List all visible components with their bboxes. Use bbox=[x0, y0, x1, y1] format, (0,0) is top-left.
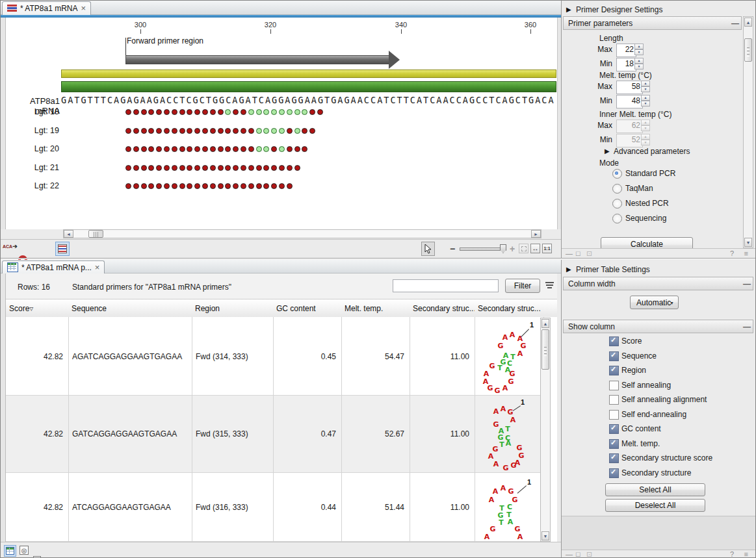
min-value-input[interactable]: 18 bbox=[616, 58, 636, 71]
primer-dot-fail[interactable] bbox=[148, 128, 154, 134]
primer-dot-fail[interactable] bbox=[179, 183, 185, 189]
primer-dot-fail[interactable] bbox=[141, 183, 147, 189]
primer-dot-fail[interactable] bbox=[156, 128, 162, 134]
primer-dot-fail[interactable] bbox=[225, 128, 231, 134]
primer-dot-fail[interactable] bbox=[279, 183, 285, 189]
table-row[interactable]: 42.82ATCAGGAGGAAGTGAGAAFwd (316, 333)0.4… bbox=[6, 473, 543, 542]
primer-dot-fail[interactable] bbox=[294, 165, 300, 171]
one-to-one-icon[interactable]: 1:1 bbox=[542, 244, 552, 253]
primer-dot-fail[interactable] bbox=[241, 128, 246, 134]
acgt-sequence-view-icon[interactable]: ACA➔ bbox=[3, 243, 14, 255]
tab-atp8a1-mrna[interactable]: * ATP8a1 mRNA × bbox=[2, 1, 91, 15]
primer-dot-fail[interactable] bbox=[172, 146, 177, 152]
show-column-checkbox-region[interactable] bbox=[609, 366, 619, 375]
show-column-header[interactable]: Show column — bbox=[563, 320, 753, 333]
primer-dot-fail[interactable] bbox=[164, 128, 170, 134]
v-scroll-thumb[interactable] bbox=[744, 38, 752, 62]
mode-radio-nested-pcr[interactable] bbox=[612, 199, 622, 209]
primer-dot-fail[interactable] bbox=[202, 165, 208, 171]
horizontal-splitter[interactable] bbox=[1, 258, 756, 259]
primer-dot-pass[interactable] bbox=[256, 128, 262, 134]
primer-dot-fail[interactable] bbox=[287, 183, 293, 189]
primer-dot-fail[interactable] bbox=[233, 183, 239, 189]
sidepanel-icon[interactable]: ≡ bbox=[744, 550, 748, 558]
primer-dot-fail[interactable] bbox=[194, 146, 200, 152]
primer-dot-fail[interactable] bbox=[241, 165, 246, 171]
primer-dot-fail[interactable] bbox=[179, 165, 185, 171]
primer-dot-fail[interactable] bbox=[210, 165, 216, 171]
primer-dot-row[interactable] bbox=[125, 109, 325, 115]
primer-dot-fail[interactable] bbox=[125, 128, 131, 134]
sequence-text[interactable]: GATGTTTCAGAGAAGACCTCGCTGGCAGATCAGGAGGAAG… bbox=[61, 95, 556, 105]
spinner-up-icon[interactable]: ▲ bbox=[634, 58, 644, 64]
select-all-button[interactable]: Select All bbox=[605, 483, 705, 496]
primer-dot-fail[interactable] bbox=[133, 109, 139, 115]
primer-dot-fail[interactable] bbox=[218, 183, 224, 189]
max-value-input[interactable]: 58 bbox=[616, 81, 643, 94]
primer-dot-fail[interactable] bbox=[248, 165, 254, 171]
table-row[interactable]: 42.82GATCAGGAGGAAGTGAGAAFwd (315, 333)0.… bbox=[6, 396, 543, 473]
primer-dot-fail[interactable] bbox=[125, 165, 131, 171]
float-icon[interactable]: □ bbox=[576, 550, 580, 558]
collapse-icon[interactable]: — bbox=[741, 322, 753, 331]
primer-dot-fail[interactable] bbox=[317, 109, 323, 115]
primer-dot-fail[interactable] bbox=[164, 165, 170, 171]
collapse-icon[interactable]: — bbox=[729, 19, 741, 28]
column-width-header[interactable]: Column width — bbox=[563, 277, 753, 290]
primer-dot-fail[interactable] bbox=[225, 146, 231, 152]
primer-dot-fail[interactable] bbox=[309, 128, 315, 134]
primer-dot-fail[interactable] bbox=[271, 146, 277, 152]
primer-dot-pass[interactable] bbox=[271, 109, 277, 115]
show-column-checkbox-self-annealing-alignment[interactable] bbox=[609, 395, 619, 405]
primer-dot-fail[interactable] bbox=[309, 109, 315, 115]
spinner-up-icon[interactable]: ▲ bbox=[641, 81, 650, 86]
scroll-left-icon[interactable]: ◄ bbox=[64, 230, 73, 238]
mode-radio-standard-pcr[interactable] bbox=[612, 169, 622, 179]
max-value-input[interactable]: 22 bbox=[616, 44, 636, 57]
spinner-buttons[interactable]: ▲▼ bbox=[634, 58, 644, 70]
column-width-dropdown[interactable]: Automatic ▼ bbox=[630, 296, 679, 309]
primer-dot-fail[interactable] bbox=[248, 128, 254, 134]
scroll-down-icon[interactable]: ▼ bbox=[541, 531, 549, 540]
fit-width-icon[interactable]: ↔ bbox=[530, 244, 540, 253]
primer-dot-fail[interactable] bbox=[148, 109, 154, 115]
primer-dot-fail[interactable] bbox=[194, 165, 200, 171]
primer-dot-fail[interactable] bbox=[210, 128, 216, 134]
h-scroll-thumb[interactable] bbox=[88, 230, 103, 238]
spinner-up-icon[interactable]: ▲ bbox=[634, 44, 644, 49]
cursor-tool-selected[interactable] bbox=[421, 242, 435, 256]
show-column-checkbox-melt-temp-[interactable] bbox=[609, 439, 619, 449]
primer-dot-pass[interactable] bbox=[294, 128, 300, 134]
primer-dot-pass[interactable] bbox=[263, 128, 269, 134]
primer-dot-pass[interactable] bbox=[279, 146, 285, 152]
primer-dot-pass[interactable] bbox=[271, 128, 277, 134]
primer-dot-fail[interactable] bbox=[179, 109, 185, 115]
primer-dot-fail[interactable] bbox=[179, 128, 185, 134]
primer-dot-fail[interactable] bbox=[179, 146, 185, 152]
primer-dot-fail[interactable] bbox=[218, 146, 224, 152]
scroll-up-icon[interactable]: ▲ bbox=[744, 18, 752, 27]
table-v-scrollbar[interactable]: ▲ ▼ bbox=[540, 318, 551, 542]
primer-dot-pass[interactable] bbox=[263, 109, 269, 115]
primer-dot-fail[interactable] bbox=[233, 128, 239, 134]
show-column-checkbox-self-end-annealing[interactable] bbox=[609, 410, 619, 420]
zoom-out-minus-icon[interactable]: − bbox=[450, 244, 455, 254]
help-icon[interactable]: ? bbox=[730, 550, 734, 558]
primer-dot-fail[interactable] bbox=[202, 128, 208, 134]
primer-dot-pass[interactable] bbox=[225, 109, 231, 115]
primer-dot-fail[interactable] bbox=[218, 109, 224, 115]
primer-dot-fail[interactable] bbox=[148, 165, 154, 171]
primer-dot-pass[interactable] bbox=[294, 109, 300, 115]
spinner-buttons[interactable]: ▲▼ bbox=[641, 95, 650, 107]
settings-v-scrollbar[interactable]: ▲ ▼ bbox=[743, 16, 753, 248]
dock-icon[interactable]: ⊡ bbox=[586, 249, 592, 258]
primer-dot-fail[interactable] bbox=[233, 109, 239, 115]
primer-dot-fail[interactable] bbox=[187, 183, 192, 189]
spinner-down-icon[interactable]: ▼ bbox=[634, 64, 644, 70]
v-scroll-thumb[interactable] bbox=[541, 329, 549, 370]
column-header-secondary-structure[interactable]: Secondary struc... bbox=[475, 299, 547, 317]
primer-dot-pass[interactable] bbox=[248, 109, 254, 115]
primer-dot-fail[interactable] bbox=[256, 165, 262, 171]
primer-dot-fail[interactable] bbox=[133, 165, 139, 171]
column-header-score[interactable]: Score ▿ bbox=[6, 299, 72, 317]
